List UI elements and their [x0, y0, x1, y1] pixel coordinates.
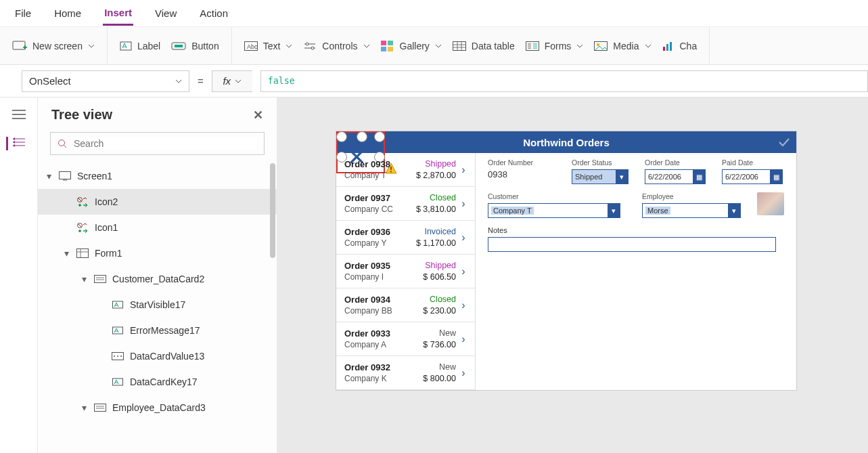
order-row[interactable]: Order 0937Company CCClosed$ 3,810.00›: [336, 187, 475, 221]
tree-node-label: StarVisible17: [130, 299, 185, 310]
chevron-right-icon[interactable]: ›: [456, 333, 471, 345]
tree-node-label: DataCardValue13: [130, 351, 204, 362]
order-status-dropdown[interactable]: Shipped ▾: [572, 169, 629, 184]
customer-dropdown[interactable]: Company T ▾: [488, 203, 620, 218]
fx-button[interactable]: fx: [212, 70, 252, 92]
customer-value: Company T: [491, 207, 534, 215]
order-status: New: [409, 362, 456, 373]
forms-button[interactable]: Forms: [526, 41, 584, 51]
tree-search-input[interactable]: [72, 137, 257, 150]
order-row[interactable]: Order 0938Company TShipped$ 2,870.00›: [336, 153, 475, 187]
menu-file[interactable]: File: [14, 2, 32, 24]
order-company: Company Y: [344, 238, 409, 249]
order-row[interactable]: Order 0935Company IShipped$ 606.50›: [336, 255, 475, 288]
expand-arrow[interactable]: ▾: [45, 171, 53, 181]
new-screen-label: New screen: [32, 41, 83, 51]
property-selector[interactable]: OnSelect: [22, 70, 189, 92]
menu-action[interactable]: Action: [198, 2, 229, 24]
order-row[interactable]: Order 0933Company ANew$ 736.00›: [336, 322, 475, 356]
employee-dropdown[interactable]: Morse ▾: [642, 203, 741, 218]
media-button[interactable]: Media: [594, 41, 651, 51]
chevron-right-icon[interactable]: ›: [456, 265, 471, 278]
tree-node-icon2[interactable]: Icon2: [38, 189, 277, 215]
expand-arrow[interactable]: ▾: [62, 248, 70, 259]
canvas[interactable]: Northwind Orders ✕ Order 0938Company TSh…: [277, 98, 868, 453]
scrollbar-thumb[interactable]: [270, 163, 275, 258]
paid-date-input[interactable]: 6/22/2006 ▦: [722, 169, 783, 184]
button-button[interactable]: Button: [171, 41, 219, 51]
tree-node-datacardvalue13[interactable]: DataCardValue13: [38, 343, 277, 369]
order-detail-form: Order Number 0938 Order Status Shipped ▾…: [476, 153, 796, 390]
form-icon: [76, 249, 89, 258]
hamburger-icon[interactable]: [12, 110, 26, 122]
field-icon: [111, 300, 124, 309]
chevron-right-icon[interactable]: ›: [456, 198, 471, 210]
close-icon[interactable]: ✕: [253, 108, 263, 123]
order-amount: $ 2,870.00: [409, 170, 456, 181]
tree-view-title: Tree view: [51, 107, 112, 123]
gallery-button[interactable]: Gallery: [381, 41, 442, 51]
check-icon[interactable]: [777, 135, 791, 151]
svg-rect-23: [77, 249, 89, 258]
tree-node-screen1[interactable]: ▾Screen1: [38, 163, 277, 189]
order-company: Company A: [344, 339, 409, 350]
chevron-right-icon[interactable]: ›: [456, 299, 471, 311]
svg-point-7: [311, 47, 314, 49]
order-num: Order 0938: [344, 158, 409, 171]
tree-search[interactable]: [50, 132, 265, 155]
svg-rect-17: [666, 44, 668, 51]
order-status-value: Shipped: [575, 173, 602, 181]
expand-arrow[interactable]: ▾: [80, 402, 88, 413]
order-amount: $ 1,170.00: [409, 238, 456, 249]
chevron-right-icon[interactable]: ›: [456, 164, 471, 176]
treeview-icon[interactable]: [6, 137, 26, 150]
tree-node-starvisible17[interactable]: StarVisible17: [38, 292, 277, 318]
menu-view[interactable]: View: [154, 2, 178, 24]
order-date-input[interactable]: 6/22/2006 ▦: [645, 169, 706, 184]
label-button[interactable]: Label: [120, 41, 160, 51]
tree-node-customer_datacard2[interactable]: ▾Customer_DataCard2: [38, 266, 277, 292]
tree-node-icon1[interactable]: Icon1: [38, 215, 277, 240]
tree-node-label: Employee_DataCard3: [112, 402, 206, 413]
calendar-icon: ▦: [770, 170, 782, 184]
controls-button[interactable]: Controls: [303, 41, 369, 51]
notes-input[interactable]: [488, 237, 776, 252]
order-number-value: 0938: [488, 169, 555, 179]
order-amount: $ 3,810.00: [409, 204, 456, 215]
chevron-right-icon[interactable]: ›: [456, 232, 471, 244]
svg-rect-12: [453, 41, 465, 50]
chevron-right-icon[interactable]: ›: [456, 367, 471, 379]
text-button[interactable]: Abc Text: [244, 41, 293, 51]
expand-arrow[interactable]: ▾: [80, 274, 88, 284]
datatable-button[interactable]: Data table: [453, 41, 515, 51]
order-status: Closed: [409, 192, 456, 204]
app-preview: Northwind Orders ✕ Order 0938Company TSh…: [336, 131, 796, 390]
order-row[interactable]: Order 0934Company BBClosed$ 230.00›: [336, 288, 475, 322]
formula-input[interactable]: [260, 70, 868, 92]
property-name: OnSelect: [29, 75, 71, 87]
order-amount: $ 230.00: [409, 305, 456, 317]
order-status: Shipped: [409, 260, 456, 272]
new-screen-button[interactable]: New screen: [12, 41, 95, 51]
order-company: Company T: [344, 170, 409, 181]
chart-button[interactable]: Cha: [662, 41, 698, 51]
left-rail: [0, 98, 38, 453]
order-row[interactable]: Order 0936Company YInvoiced$ 1,170.00›: [336, 221, 475, 255]
order-num: Order 0937: [344, 192, 409, 204]
tree-node-label: Icon2: [95, 196, 118, 207]
employee-label: Employee: [642, 192, 741, 200]
menu-insert[interactable]: Insert: [103, 1, 133, 26]
field-icon: [111, 326, 124, 335]
tree-node-employee_datacard3[interactable]: ▾Employee_DataCard3: [38, 395, 277, 420]
tree-node-datacardkey17[interactable]: DataCardKey17: [38, 369, 277, 395]
tree-node-form1[interactable]: ▾Form1: [38, 240, 277, 266]
order-gallery[interactable]: Order 0938Company TShipped$ 2,870.00›Ord…: [336, 153, 476, 390]
svg-text:Abc: Abc: [247, 43, 258, 50]
menu-home[interactable]: Home: [53, 2, 83, 24]
button-label: Button: [191, 41, 219, 51]
tree-node-errormessage17[interactable]: ErrorMessage17: [38, 318, 277, 343]
order-row[interactable]: Order 0932Company KNew$ 800.00›: [336, 356, 475, 390]
svg-rect-18: [670, 42, 672, 51]
chart-label: Cha: [680, 41, 698, 51]
order-num: Order 0935: [344, 260, 409, 272]
